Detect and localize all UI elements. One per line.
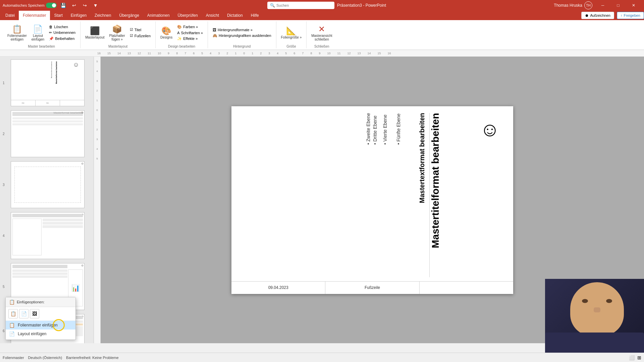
platzhalter-icon: 📦 bbox=[112, 24, 122, 34]
record-button[interactable]: ⏺ Aufzeichnen bbox=[581, 12, 614, 19]
design-stack: 🎨 Farben » A Schriftarten » ✨ Effekte » bbox=[175, 24, 205, 42]
tab-hilfe[interactable]: Hilfe bbox=[247, 11, 263, 20]
masterlayout-button[interactable]: ⬛ Masterlayout bbox=[83, 25, 106, 41]
tab-dictation[interactable]: Dictation bbox=[223, 11, 247, 20]
folienmaster-einfuegen-button[interactable]: 📋 Folienmastereinfügen bbox=[5, 23, 29, 43]
farben-button[interactable]: 🎨 Farben » bbox=[175, 24, 205, 30]
slide-number-6: 6 bbox=[3, 329, 5, 333]
folienmaster-ctx-icon: 📋 bbox=[9, 322, 15, 328]
platzhalter-button[interactable]: 📦 Platzhalterfügen » bbox=[107, 23, 127, 43]
ribbon-tabs: Datei Folienmaster Start Einfügen Zeichn… bbox=[0, 11, 644, 20]
redo-button[interactable]: ↪ bbox=[81, 1, 89, 9]
hintergrundgrafiken-button[interactable]: 🙈 Hintergrundgrafiken ausblenden bbox=[211, 33, 273, 39]
tab-ansicht[interactable]: Ansicht bbox=[202, 11, 223, 20]
undo-button[interactable]: ↩ bbox=[70, 1, 78, 9]
layout-einfuegen-label: Layouteinfügen bbox=[32, 34, 44, 41]
autosave-toggle[interactable]: Automatisches Speichern bbox=[3, 3, 57, 8]
minimize-button[interactable]: ─ bbox=[595, 0, 610, 11]
design-items: 🎨 Designs 🎨 Farben » A Schriftarten » ✨ … bbox=[158, 21, 205, 44]
user-initials: TH bbox=[586, 4, 590, 7]
tab-start[interactable]: Start bbox=[50, 11, 66, 20]
save-button[interactable]: 💾 bbox=[59, 1, 67, 9]
slide-sorter-button[interactable]: ⊞ bbox=[637, 355, 641, 360]
autosave-toggle-pill[interactable] bbox=[46, 3, 57, 8]
maximize-button[interactable]: □ bbox=[610, 0, 626, 11]
tab-uebergaenge[interactable]: Übergänge bbox=[115, 11, 143, 20]
tab-datei[interactable]: Datei bbox=[1, 11, 19, 20]
tab-zeichnen[interactable]: Zeichnen bbox=[91, 11, 115, 20]
masteransicht-schliessen-button[interactable]: ✕ Masteransichtschließen bbox=[309, 23, 334, 43]
umbenennen-label: Umbenennen bbox=[53, 31, 75, 35]
masteransicht-label: Masteransichtschließen bbox=[311, 34, 332, 41]
slide-title-vertical[interactable]: Mastertitelformat bearbeiten bbox=[430, 113, 446, 248]
slide-number-4: 4 bbox=[3, 234, 5, 238]
schriftarten-icon: A bbox=[177, 31, 179, 35]
slide-number-3: 3 bbox=[3, 183, 5, 187]
umbenennen-button[interactable]: ✏ Umbenennen bbox=[47, 30, 77, 36]
paste-format-btn-2[interactable]: 📄 bbox=[19, 309, 29, 318]
footer-date[interactable]: 09.04.2023 bbox=[231, 282, 325, 294]
tab-folienmaster[interactable]: Folienmaster bbox=[19, 11, 50, 20]
foliengroesse-button[interactable]: 📐 Foliengröße » bbox=[279, 25, 304, 41]
tab-animationen[interactable]: Animationen bbox=[143, 11, 174, 20]
slide-smiley: ☺ bbox=[480, 120, 500, 139]
share-button[interactable]: ↑ Freigeben bbox=[617, 12, 644, 19]
slide-thumb-2[interactable]: Masterformat bearbeiten 📋 ⚙ bbox=[11, 110, 85, 157]
normal-view-button[interactable]: ⬜ bbox=[629, 355, 635, 360]
ribbon-group-hintergrund: 🖼 Hintergrundformate » 🙈 Hintergrundgraf… bbox=[208, 21, 276, 48]
slide-canvas[interactable]: Mastertextformat bearbeiten • Zweite Ebe… bbox=[231, 106, 513, 294]
search-box[interactable]: 🔍 bbox=[267, 2, 334, 9]
slide-thumb-4[interactable]: ⚙ bbox=[11, 212, 85, 259]
hintergrundformate-button[interactable]: 🖼 Hintergrundformate » bbox=[211, 27, 273, 33]
loeschen-label: Löschen bbox=[54, 25, 68, 29]
context-menu-item-layout[interactable]: 📄 Layout einfügen bbox=[6, 329, 75, 338]
umbenennen-icon: ✏ bbox=[49, 31, 52, 35]
hintergrund-stack: 🖼 Hintergrundformate » 🙈 Hintergrundgraf… bbox=[211, 27, 273, 39]
effekte-button[interactable]: ✨ Effekte » bbox=[175, 36, 205, 42]
context-menu-item-folienmaster[interactable]: 📋 Folienmaster einfügen bbox=[6, 321, 75, 329]
designs-icon: 🎨 bbox=[161, 26, 171, 36]
loeschen-button[interactable]: 🗑 Löschen bbox=[47, 24, 77, 29]
context-menu-layout-label: Layout einfügen bbox=[18, 331, 46, 336]
master-bearbeiten-label: Master bearbeiten bbox=[28, 45, 55, 48]
paste-format-btn-3[interactable]: 🖼 bbox=[30, 309, 39, 318]
slide-number-5: 5 bbox=[3, 285, 5, 289]
slide-thumb-3[interactable]: ⚙ bbox=[11, 161, 85, 208]
masterlayout-stack: ☑ Titel ☑ Fußzeilen bbox=[128, 27, 153, 39]
more-button[interactable]: ▼ bbox=[92, 1, 100, 9]
master-edit-stack: 🗑 Löschen ✏ Umbenennen 📌 Beibehalten bbox=[47, 24, 77, 42]
slide-right-section: Mastertitelformat bearbeiten ☺ bbox=[429, 113, 506, 277]
tab-einfuegen[interactable]: Einfügen bbox=[67, 11, 91, 20]
designs-button[interactable]: 🎨 Designs bbox=[158, 25, 174, 41]
folienmaster-einfuegen-label: Folienmastereinfügen bbox=[7, 34, 27, 41]
paste-format-btn-1[interactable]: 📋 bbox=[8, 309, 18, 318]
schriftarten-label: Schriftarten » bbox=[181, 31, 203, 35]
slide-title-text: Mastertitelformat bearbeiten bbox=[430, 113, 441, 248]
designs-label: Designs bbox=[160, 36, 172, 39]
close-button[interactable]: ✕ bbox=[626, 0, 641, 11]
context-menu-title: Einfügeoptionen: bbox=[17, 300, 45, 304]
layout-einfuegen-button[interactable]: 📄 Layouteinfügen bbox=[30, 23, 46, 43]
footer-right[interactable] bbox=[420, 282, 513, 294]
schriftarten-button[interactable]: A Schriftarten » bbox=[175, 30, 205, 36]
slide-thumb-1[interactable]: Mastertitelformat bearbeiten Mastertextf… bbox=[11, 59, 85, 106]
hintergrundformate-icon: 🖼 bbox=[213, 28, 216, 32]
slide-bullet-column[interactable]: • Zweite Ebene • Dritte Ebene • Vierte E… bbox=[366, 113, 411, 145]
beibehalten-button[interactable]: 📌 Beibehalten bbox=[47, 36, 77, 42]
ruler: 16 15 14 13 12 11 10 9 8 7 6 5 4 3 2 1 0… bbox=[0, 50, 644, 57]
foliengroesse-icon: 📐 bbox=[286, 26, 296, 36]
tab-ueberpruefen[interactable]: Überprüfen bbox=[174, 11, 202, 20]
ribbon-group-master-bearbeiten: 📋 Folienmastereinfügen 📄 Layouteinfügen … bbox=[3, 21, 80, 48]
search-input[interactable] bbox=[276, 3, 332, 7]
record-label: Aufzeichnen bbox=[590, 13, 610, 17]
slide-text-column[interactable]: Mastertextformat bearbeiten bbox=[415, 113, 426, 203]
masterlayout-label: Masterlayout bbox=[85, 36, 104, 39]
footer-center[interactable]: Fußzeile bbox=[325, 282, 419, 294]
window-controls: ─ □ ✕ bbox=[595, 0, 641, 11]
slide-footer: 09.04.2023 Fußzeile bbox=[231, 281, 513, 294]
titel-button[interactable]: ☑ Titel bbox=[128, 27, 153, 33]
slide-content-area: Mastertextformat bearbeiten • Zweite Ebe… bbox=[245, 113, 426, 277]
webcam-video bbox=[545, 279, 644, 353]
bullet-level-3: Dritte Ebene bbox=[372, 115, 378, 141]
fusszeilen-button[interactable]: ☑ Fußzeilen bbox=[128, 33, 153, 39]
